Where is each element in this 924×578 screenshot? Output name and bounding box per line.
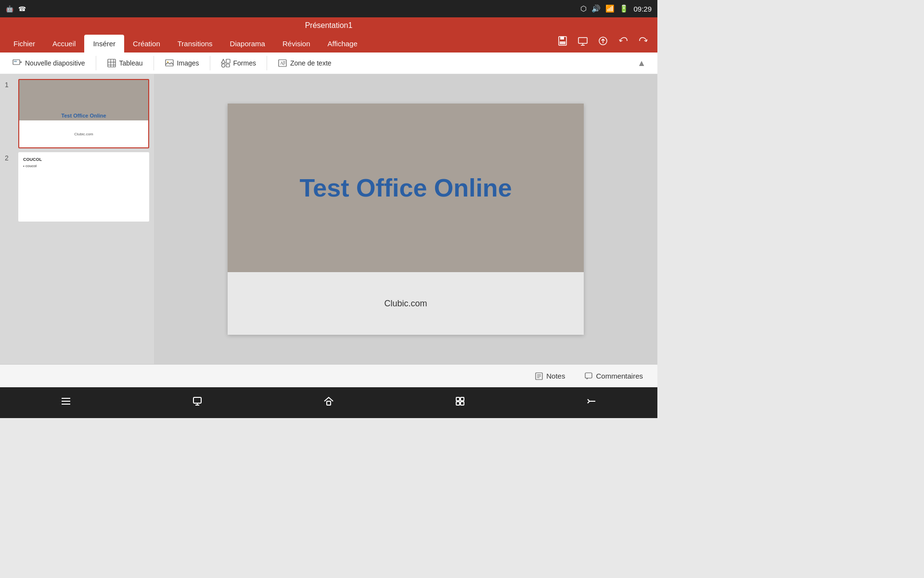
android-icon: 🤖 — [6, 5, 13, 13]
undo-button[interactable] — [614, 34, 632, 51]
back-nav-button[interactable] — [576, 392, 607, 414]
svg-rect-16 — [166, 60, 173, 66]
zone-de-texte-button[interactable]: A Zone de texte — [273, 55, 336, 71]
slide-panel: 1 Test Office Online Clubic.com 2 COUCOL… — [0, 74, 154, 364]
shapes-icon — [221, 58, 231, 68]
nav-bar — [0, 387, 657, 418]
notes-icon — [535, 372, 543, 381]
formes-button[interactable]: Formes — [216, 55, 261, 71]
slide1-thumb-subtitle: Clubic.com — [74, 132, 93, 136]
commentaires-icon — [584, 372, 593, 381]
save-button[interactable] — [553, 34, 572, 51]
toolbar-divider-2 — [154, 56, 154, 70]
tab-diaporama[interactable]: Diaporama — [221, 35, 274, 53]
toolbar: Nouvelle diapositive Tableau Images Form… — [0, 53, 657, 74]
task-nav-button[interactable] — [445, 392, 475, 414]
bottom-bar: Notes Commentaires — [0, 364, 657, 387]
tab-accueil[interactable]: Accueil — [44, 35, 84, 53]
svg-rect-36 — [193, 397, 201, 403]
menu-nav-button[interactable] — [51, 392, 81, 414]
main-area: 1 Test Office Online Clubic.com 2 COUCOL… — [0, 74, 657, 364]
images-button[interactable]: Images — [160, 55, 204, 71]
svg-rect-11 — [108, 59, 116, 67]
canvas-subtitle: Clubic.com — [384, 299, 427, 309]
toolbar-divider-1 — [96, 56, 96, 70]
search-nav-button[interactable] — [182, 392, 213, 414]
slide-item-1: 1 Test Office Online Clubic.com — [5, 79, 149, 148]
status-bar-right: ⬡ 🔊 📶 🔋 09:29 — [580, 4, 652, 13]
svg-rect-43 — [461, 402, 464, 405]
redo-button[interactable] — [634, 34, 653, 51]
wifi-icon: 📶 — [605, 4, 615, 13]
slide-canvas[interactable]: Test Office Online Clubic.com — [228, 104, 584, 335]
toolbar-divider-3 — [210, 56, 210, 70]
bluetooth-icon: ⬡ — [580, 4, 587, 13]
share-button[interactable] — [594, 34, 612, 51]
tab-inserer[interactable]: Insérer — [84, 35, 124, 53]
slide2-thumb-bullet: • coucol — [23, 164, 144, 168]
svg-point-20 — [221, 64, 225, 67]
slide-number-1: 1 — [5, 79, 14, 89]
svg-marker-18 — [221, 59, 225, 63]
image-icon — [165, 58, 174, 68]
tab-affichage[interactable]: Affichage — [319, 35, 366, 53]
svg-rect-1 — [560, 37, 564, 39]
textbox-icon: A — [278, 58, 287, 68]
svg-rect-42 — [456, 402, 460, 405]
svg-rect-41 — [461, 397, 464, 401]
present-button[interactable] — [574, 34, 592, 51]
canvas-area: Test Office Online Clubic.com — [154, 74, 657, 364]
canvas-bottom-section: Clubic.com — [228, 272, 584, 335]
new-slide-icon — [13, 58, 22, 68]
svg-rect-2 — [560, 41, 565, 44]
commentaires-button[interactable]: Commentaires — [579, 369, 648, 383]
slide-item-2: 2 COUCOL • coucol — [5, 152, 149, 222]
svg-rect-8 — [14, 61, 17, 62]
svg-text:A: A — [280, 61, 283, 66]
status-bar-left: 🤖 ☎ — [6, 5, 26, 13]
svg-rect-39 — [327, 401, 331, 405]
tab-revision[interactable]: Révision — [274, 35, 319, 53]
svg-rect-21 — [226, 64, 230, 67]
canvas-top-section: Test Office Online — [228, 104, 584, 272]
battery-icon: 🔋 — [619, 4, 629, 13]
canvas-main-title: Test Office Online — [299, 173, 512, 202]
tab-transitions[interactable]: Transitions — [169, 35, 221, 53]
tableau-button[interactable]: Tableau — [102, 55, 148, 71]
tab-creation[interactable]: Création — [124, 35, 169, 53]
svg-rect-3 — [578, 38, 587, 43]
toolbar-divider-4 — [267, 56, 267, 70]
toolbar-collapse-button[interactable]: ▲ — [633, 56, 650, 70]
svg-rect-31 — [585, 373, 592, 378]
title-bar: Présentation1 — [0, 17, 657, 34]
presentation-title: Présentation1 — [305, 21, 353, 29]
ribbon-actions — [553, 34, 653, 53]
home-nav-button[interactable] — [313, 392, 344, 414]
slide-thumb-1[interactable]: Test Office Online Clubic.com — [18, 79, 149, 148]
tab-fichier[interactable]: Fichier — [5, 35, 44, 53]
robot-icon: ☎ — [18, 5, 26, 13]
slide1-thumb-title: Test Office Online — [61, 113, 106, 118]
notes-button[interactable]: Notes — [530, 369, 570, 383]
svg-point-17 — [167, 61, 168, 63]
svg-rect-19 — [226, 59, 230, 63]
status-bar: 🤖 ☎ ⬡ 🔊 📶 🔋 09:29 — [0, 0, 657, 17]
volume-icon: 🔊 — [591, 4, 601, 13]
ribbon-tabs: Fichier Accueil Insérer Création Transit… — [0, 34, 657, 53]
svg-rect-40 — [456, 397, 460, 401]
slide-thumb-2[interactable]: COUCOL • coucol — [18, 152, 149, 222]
slide-number-2: 2 — [5, 152, 14, 162]
table-icon — [107, 58, 116, 68]
slide2-thumb-heading: COUCOL — [23, 157, 144, 162]
nouvelle-diapositive-button[interactable]: Nouvelle diapositive — [8, 55, 90, 71]
time-display: 09:29 — [633, 5, 652, 13]
